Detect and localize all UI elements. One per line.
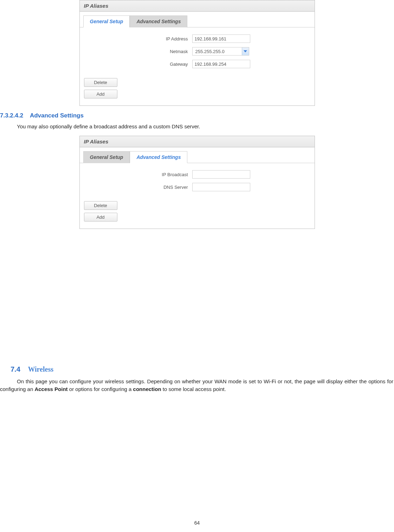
tab-advanced-settings[interactable]: Advanced Settings	[130, 15, 187, 27]
row-ip-broadcast: IP Broadcast	[90, 170, 304, 179]
input-dns-server[interactable]	[192, 183, 250, 191]
label-ip-address: IP Address	[147, 36, 192, 41]
heading-7-4: 7.4 Wireless	[11, 365, 394, 373]
heading-7-3-2-4-2: 7.3.2.4.2 Advanced Settings	[0, 112, 394, 119]
heading-title: Advanced Settings	[30, 112, 84, 119]
input-ip-broadcast[interactable]	[192, 170, 250, 179]
body-7-4-suffix: to some local access point.	[161, 386, 226, 392]
body-7-4-bold1: Access Point	[34, 386, 67, 392]
row-gateway: Gateway	[90, 60, 304, 68]
heading-number: 7.3.2.4.2	[0, 112, 23, 119]
chevron-down-icon	[242, 47, 249, 55]
ip-aliases-panel-general: IP Aliases General Setup Advanced Settin…	[79, 0, 315, 106]
svg-marker-0	[244, 50, 247, 52]
delete-button[interactable]: Delete	[84, 201, 117, 210]
tab-general-setup[interactable]: General Setup	[83, 15, 130, 27]
body-7-4-bold2: connection	[133, 386, 161, 392]
add-button[interactable]: Add	[84, 90, 117, 98]
form-area: IP Address Netmask 255.255.255.0 Gateway	[80, 27, 315, 76]
row-netmask: Netmask 255.255.255.0	[90, 47, 304, 56]
tabs: General Setup Advanced Settings	[80, 151, 315, 163]
form-area: IP Broadcast DNS Server	[80, 163, 315, 199]
panel-title: IP Aliases	[80, 0, 315, 12]
body-7-3-2-4-2: You may also optionally define a broadca…	[17, 123, 394, 130]
panel-title: IP Aliases	[80, 136, 315, 147]
row-dns-server: DNS Server	[90, 183, 304, 191]
input-gateway[interactable]	[192, 60, 250, 68]
label-netmask: Netmask	[147, 49, 192, 54]
page-number: 64	[0, 520, 394, 526]
label-dns-server: DNS Server	[147, 185, 192, 190]
delete-button[interactable]: Delete	[84, 78, 117, 87]
button-row: Delete Add	[80, 76, 315, 105]
ip-aliases-panel-advanced: IP Aliases General Setup Advanced Settin…	[79, 136, 315, 229]
body-7-4: On this page you can configure your wire…	[0, 378, 394, 393]
body-7-4-mid: or options for configuring a	[68, 386, 133, 392]
label-gateway: Gateway	[147, 62, 192, 67]
add-button[interactable]: Add	[84, 213, 117, 222]
tabs: General Setup Advanced Settings	[80, 15, 315, 27]
select-netmask[interactable]: 255.255.255.0	[192, 47, 249, 56]
select-netmask-value: 255.255.255.0	[193, 49, 242, 54]
heading-title: Wireless	[28, 365, 53, 373]
heading-number: 7.4	[11, 365, 20, 373]
tab-advanced-settings[interactable]: Advanced Settings	[130, 151, 187, 163]
button-row: Delete Add	[80, 199, 315, 229]
label-ip-broadcast: IP Broadcast	[147, 172, 192, 177]
input-ip-address[interactable]	[192, 34, 250, 43]
tab-general-setup[interactable]: General Setup	[83, 151, 130, 163]
row-ip-address: IP Address	[90, 34, 304, 43]
